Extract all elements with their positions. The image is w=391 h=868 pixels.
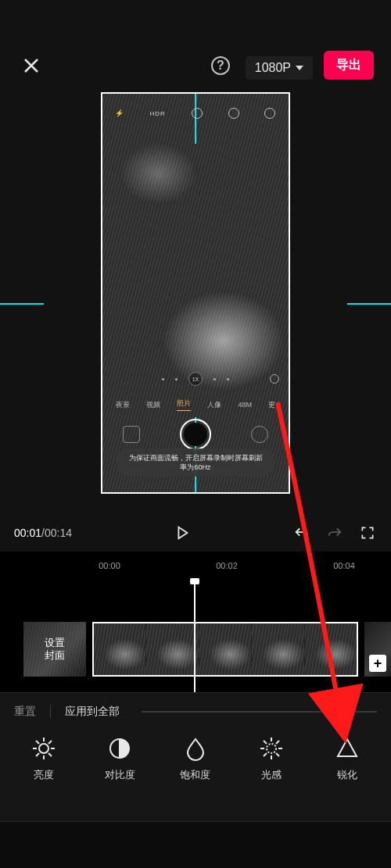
shutter-icon [180, 419, 211, 450]
tool-sharpen[interactable]: 锐化 [319, 735, 375, 782]
export-button[interactable]: 导出 [324, 51, 374, 80]
zoom-value: 1X [188, 372, 203, 386]
chevron-down-icon [296, 66, 303, 70]
svg-text:?: ? [217, 59, 224, 72]
playhead[interactable] [194, 581, 196, 692]
reset-button[interactable]: 重置 [14, 705, 36, 719]
timeline[interactable]: 00:00 00:02 00:04 设置 封面 + [0, 552, 391, 692]
help-button[interactable]: ? [206, 52, 235, 80]
preview-stage: ⚡ HDR 1X 夜景 视频 照片 人像 48M [0, 92, 391, 514]
contrast-icon [107, 736, 132, 761]
mode-more: 更 [268, 400, 275, 410]
clip-frame [199, 623, 251, 675]
fullscreen-icon [360, 525, 375, 541]
tool-label: 光感 [261, 768, 282, 782]
clip-frame [94, 623, 145, 675]
divider [50, 705, 51, 719]
ruler-tick: 00:00 [99, 561, 120, 570]
crop-guide-right [347, 303, 391, 305]
phone-toast: 为保证画面流畅，开启屏幕录制时屏幕刷新率为60Hz [117, 448, 274, 477]
close-button[interactable] [17, 52, 45, 80]
tool-label: 锐化 [337, 768, 357, 782]
gallery-thumb [123, 426, 140, 443]
lens-icon [270, 374, 279, 384]
saturation-icon [183, 736, 208, 761]
adjust-tools: 亮度 对比度 饱和度 光感 锐化 [0, 730, 391, 782]
help-icon: ? [210, 55, 231, 77]
adjust-panel: 重置 应用到全部 亮度 对比度 饱和度 光感 [0, 692, 391, 821]
crop-guide-left [0, 303, 44, 305]
brightness-icon [31, 736, 56, 761]
resolution-label: 1080P [255, 61, 291, 75]
mode-hires: 48M [239, 401, 253, 409]
undo-button[interactable] [292, 523, 311, 542]
clip-frame [145, 623, 198, 675]
resolution-select[interactable]: 1080P [246, 56, 313, 80]
phone-camera-ui: ⚡ HDR 1X 夜景 视频 照片 人像 48M [102, 94, 289, 492]
mode-photo: 照片 [177, 398, 191, 411]
hdr-label: HDR [149, 110, 165, 117]
flash-icon: ⚡ [115, 109, 124, 117]
preview-frame[interactable]: ⚡ HDR 1X 夜景 视频 照片 人像 48M [101, 92, 290, 494]
mode-night: 夜景 [116, 400, 130, 410]
set-cover-tile[interactable]: 设置 封面 [23, 622, 86, 677]
ruler-tick: 00:02 [216, 561, 238, 570]
clip-track[interactable]: 设置 封面 + [0, 622, 391, 677]
clip-frame [304, 623, 357, 675]
tool-label: 对比度 [105, 768, 135, 782]
clip-frame [251, 623, 303, 675]
timecode: 00:01/00:14 [14, 527, 72, 539]
tool-light[interactable]: 光感 [243, 735, 300, 782]
apply-all-button[interactable]: 应用到全部 [65, 705, 120, 719]
sharpen-icon [335, 736, 360, 761]
settings-icon [264, 108, 275, 119]
tool-label: 饱和度 [180, 768, 210, 782]
tool-label: 亮度 [34, 768, 54, 782]
undo-icon [293, 524, 310, 541]
play-button[interactable] [173, 523, 192, 542]
svg-point-2 [39, 744, 48, 753]
ruler-tick: 00:04 [333, 561, 355, 570]
fullscreen-button[interactable] [358, 523, 377, 542]
mode-portrait: 人像 [207, 400, 221, 410]
time-total: 00:14 [45, 527, 72, 539]
play-icon [174, 524, 191, 541]
redo-button[interactable] [325, 523, 344, 542]
time-current: 00:01 [14, 527, 41, 539]
bottom-strip [0, 821, 391, 868]
camera-swap-icon [251, 426, 268, 443]
redo-icon [326, 524, 343, 541]
clip-strip[interactable] [92, 622, 358, 677]
tool-saturation[interactable]: 饱和度 [167, 735, 224, 782]
next-clip[interactable]: + [364, 622, 391, 677]
adjust-header: 重置 应用到全部 [0, 693, 391, 730]
tool-contrast[interactable]: 对比度 [91, 735, 148, 782]
svg-point-4 [267, 744, 276, 753]
tool-brightness[interactable]: 亮度 [16, 735, 72, 782]
filter-icon [228, 108, 239, 119]
transport-bar: 00:01/00:14 [0, 514, 391, 552]
mode-video: 视频 [146, 400, 160, 410]
time-ruler: 00:00 00:02 00:04 [0, 561, 391, 575]
top-bar: ? 1080P 导出 [0, 0, 391, 92]
close-icon [22, 56, 41, 75]
timer-icon [192, 108, 203, 119]
value-slider[interactable] [142, 711, 377, 713]
light-icon [259, 736, 284, 761]
add-clip-button[interactable]: + [369, 655, 386, 672]
